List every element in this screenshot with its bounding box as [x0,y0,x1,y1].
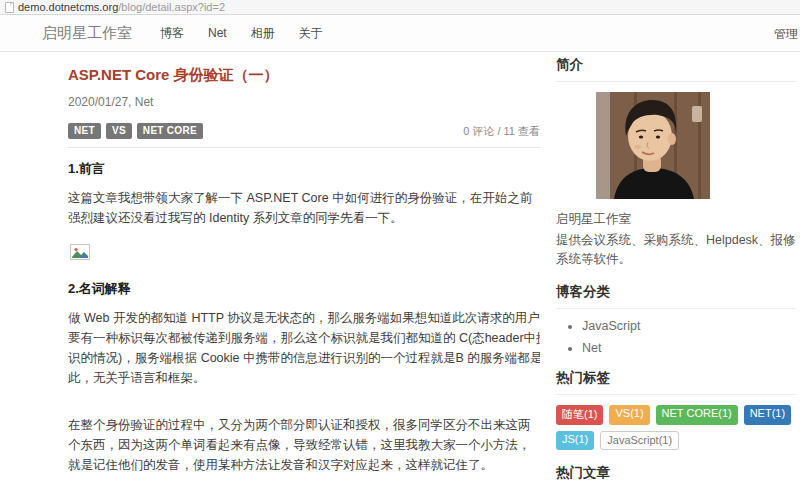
top-navbar: 启明星工作室 博客 Net 相册 关于 管理 [0,15,800,52]
hot-articles-heading: 热门文章 [556,464,796,487]
url-path: /blog/detail.aspx?id=2 [118,1,225,13]
tag-badge-vs[interactable]: VS(1) [609,405,649,425]
article-title[interactable]: ASP.NET Core 身份验证（一） [68,66,540,85]
article-date-category: 2020/01/27, Net [68,95,540,109]
intro-description: 提供会议系统、采购系统、Helpdesk、报修系统等软件。 [556,231,796,269]
article-divider [68,147,540,148]
paragraph-line: B 的服务端都是如 [456,348,540,368]
avatar [596,92,796,203]
article-comment-view-count: 0 评论 / 11 查看 [463,124,540,139]
paragraph-line: 此，无关乎语言和框架。 [68,368,206,388]
article-paragraph-obscured: 做 Web 开发的都知道 HTTP 协议是无状态的，那么服务端如果想知道此次请求… [68,308,540,389]
categories-heading: 博客分类 [556,283,796,309]
sidebar-section-hot-tags: 热门标签 随笔(1) VS(1) NET CORE(1) NET(1) JS(1… [556,369,796,450]
sidebar-section-hot-articles: 热门文章 ASP.NET Core 身份验证（一） Javascript闭包详解 [556,464,796,487]
paragraph-line: 要有一种标识每次都被传递到服务端，那么这个标识就是我们都知道的 C( [68,328,472,348]
article-tag-net[interactable]: NET [68,123,101,139]
sidebar-section-categories: 博客分类 JavaScript Net [556,283,796,355]
nav-item-about[interactable]: 关于 [297,21,325,46]
tag-badge-netcore[interactable]: NET CORE(1) [656,405,738,425]
hot-tags-heading: 热门标签 [556,369,796,395]
nav-item-blog[interactable]: 博客 [158,21,186,46]
tag-badge-javascript[interactable]: JavaScript(1) [600,431,679,450]
article-tag-vs[interactable]: VS [106,123,132,139]
nav-item-admin[interactable]: 管理 [774,26,798,43]
section-heading-1: 1.前言 [68,160,540,178]
paragraph-line: 识的情况)，服务端根据 Cookie 中携带的信息进行识别的一个过程就是 [68,348,456,368]
intro-heading: 简介 [556,56,796,82]
category-item-net[interactable]: Net [582,341,796,355]
article-tag-netcore[interactable]: NET CORE [137,123,203,139]
tag-badge-suibi[interactable]: 随笔(1) [556,405,603,425]
browser-address-bar[interactable]: demo.dotnetcms.org/blog/detail.aspx?id=2 [0,0,800,15]
paragraph-line: 态header中携带标 [472,328,540,348]
sidebar: 简介 [556,56,796,487]
tag-badge-net[interactable]: NET(1) [744,405,791,425]
sidebar-section-intro: 简介 [556,56,796,269]
article-tag-row: NET VS NET CORE 0 评论 / 11 查看 [68,123,540,139]
category-item-javascript[interactable]: JavaScript [582,319,796,333]
article-paragraph: 这篇文章我想带领大家了解一下 ASP.NET Core 中如何进行的身份验证，在… [68,188,540,229]
brand-logo[interactable]: 启明星工作室 [42,24,132,43]
nav-item-net[interactable]: Net [206,22,229,44]
nav-item-album[interactable]: 相册 [249,21,277,46]
paragraph-line: 做 Web 开发的都知道 HTTP 协议是无状态的，那么服务端如果想知道此次请求… [68,308,540,328]
tag-badge-js[interactable]: JS(1) [556,431,594,450]
article-main-column: ASP.NET Core 身份验证（一） 2020/01/27, Net NET… [68,66,540,487]
section-heading-2: 2.名词解释 [68,280,540,298]
broken-image-icon[interactable] [70,244,90,260]
url-domain: demo.dotnetcms.org [18,1,118,13]
intro-name: 启明星工作室 [556,211,796,228]
page-favicon-icon [5,2,14,13]
article-paragraph: 在整个身份验证的过程中，又分为两个部分即认证和授权，很多同学区分不出来这两个东西… [68,415,540,476]
